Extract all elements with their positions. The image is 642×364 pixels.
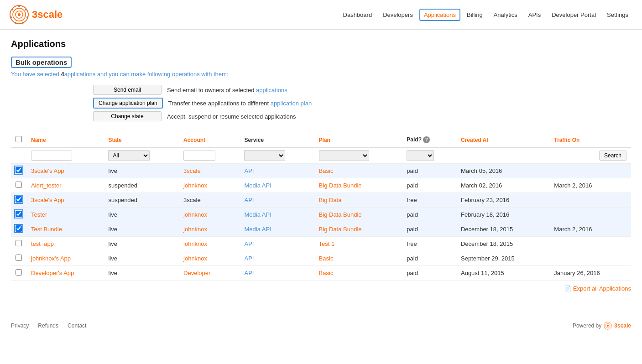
col-plan: Plan [314, 132, 402, 148]
service-link[interactable]: API [244, 167, 254, 174]
nav-settings[interactable]: Settings [602, 9, 633, 21]
header: 3scale Dashboard Developers Applications… [0, 0, 642, 30]
table-row: Test BundlelivejohnknoxMedia APIBig Data… [11, 222, 631, 237]
filter-state-select[interactable]: All live suspended [108, 150, 150, 161]
row-checkbox[interactable] [16, 182, 22, 188]
send-email-button[interactable]: Send email [93, 85, 162, 95]
select-all-checkbox[interactable] [16, 136, 22, 142]
account-link[interactable]: Developer [183, 270, 210, 276]
app-state: live [104, 222, 179, 237]
filter-service-select[interactable] [244, 150, 285, 161]
search-button[interactable]: Search [599, 151, 626, 161]
change-state-desc: Accept, suspend or resume selected appli… [167, 113, 296, 120]
row-checkbox[interactable] [16, 225, 22, 232]
app-name-link[interactable]: johnknox's App [31, 255, 71, 262]
app-name-link[interactable]: test_app [31, 240, 54, 247]
nav-analytics[interactable]: Analytics [489, 9, 522, 21]
filter-account-input[interactable] [183, 151, 215, 161]
app-name-link[interactable]: 3scale's App [31, 167, 64, 174]
traffic-on: March 2, 2016 [549, 222, 631, 237]
row-checkbox[interactable] [16, 240, 22, 246]
app-state: live [104, 251, 179, 266]
table-row: Alert_testersuspendedjohnknoxMedia APIBi… [11, 178, 631, 193]
traffic-on [549, 251, 631, 266]
app-name-link[interactable]: Developer's App [31, 270, 74, 276]
app-name-link[interactable]: 3scale's App [31, 197, 64, 203]
created-at: February 23, 2016 [456, 193, 549, 208]
bulk-operations-section: Bulk operations You have selected 4appli… [11, 57, 631, 121]
svg-point-13 [607, 325, 609, 327]
plan-link[interactable]: Big Data Bundle [319, 182, 362, 189]
filter-row: All live suspended [11, 148, 631, 164]
svg-point-7 [22, 22, 24, 24]
row-checkbox[interactable] [16, 167, 22, 173]
service-link[interactable]: Media API [244, 182, 271, 189]
service-link[interactable]: Media API [244, 226, 271, 233]
account-link[interactable]: johnknox [183, 226, 207, 233]
bulk-ops-actions: Send email Send email to owners of selec… [93, 85, 631, 121]
svg-point-9 [10, 16, 12, 18]
service-link[interactable]: API [244, 270, 254, 276]
account-link[interactable]: 3scale [183, 167, 201, 174]
app-state: suspended [104, 193, 179, 208]
row-checkbox[interactable] [16, 196, 22, 203]
paid-help-icon[interactable]: ? [423, 136, 430, 143]
app-name-link[interactable]: Test Bundle [31, 226, 62, 233]
filter-plan-select[interactable] [319, 150, 369, 161]
row-checkbox[interactable] [16, 211, 22, 217]
logo-text: 3scale [32, 9, 63, 21]
svg-point-5 [25, 9, 27, 10]
change-plan-desc: Transfer these applications to different… [168, 100, 312, 107]
filter-name-input[interactable] [31, 151, 72, 161]
plan-link[interactable]: Basic [319, 270, 334, 276]
paid-status: paid [402, 251, 456, 266]
logo-icon [9, 5, 29, 25]
select-all-header [11, 132, 26, 148]
logo: 3scale [9, 5, 63, 25]
account-link[interactable]: johnknox [183, 211, 207, 218]
service-link[interactable]: API [244, 197, 254, 203]
plan-link[interactable]: Basic [319, 167, 334, 174]
export-all-link[interactable]: 📄 Export all Applications [564, 285, 631, 292]
col-paid: Paid? ? [402, 132, 456, 148]
filter-paid-select[interactable] [407, 150, 434, 161]
change-state-button[interactable]: Change state [93, 111, 162, 121]
service-link[interactable]: API [244, 240, 254, 247]
change-application-plan-button[interactable]: Change application plan [93, 98, 163, 109]
nav-developers[interactable]: Developers [378, 9, 418, 21]
svg-point-10 [11, 9, 13, 10]
svg-point-4 [18, 5, 20, 7]
col-name: Name [26, 132, 104, 148]
service-link[interactable]: Media API [244, 211, 271, 218]
account-link[interactable]: johnknox [183, 255, 207, 262]
footer-privacy-link[interactable]: Privacy [11, 322, 29, 329]
traffic-on: January 26, 2016 [549, 266, 631, 281]
action-send-email-row: Send email Send email to owners of selec… [93, 85, 631, 95]
nav-dashboard[interactable]: Dashboard [339, 9, 377, 21]
service-link[interactable]: API [244, 255, 254, 262]
nav-applications[interactable]: Applications [419, 9, 460, 21]
app-name-link[interactable]: Tester [31, 211, 47, 218]
footer-contact-link[interactable]: Contact [68, 322, 86, 329]
plan-link[interactable]: Basic [319, 255, 334, 262]
app-name-link[interactable]: Alert_tester [31, 182, 61, 189]
plan-link[interactable]: Big Data Bundle [319, 226, 362, 233]
account-link[interactable]: johnknox [183, 182, 207, 189]
row-checkbox[interactable] [16, 269, 22, 276]
row-checkbox[interactable] [16, 255, 22, 261]
col-state: State [104, 132, 179, 148]
app-state: live [104, 237, 179, 251]
plan-link[interactable]: Big Data [319, 197, 342, 203]
table-row: 3scale's Applive3scaleAPIBasicpaidMarch … [11, 164, 631, 178]
footer-logo-icon [604, 322, 612, 330]
table-header-row: Name State Account Service Plan Paid? ? … [11, 132, 631, 148]
footer-refunds-link[interactable]: Refunds [38, 322, 58, 329]
nav-developer-portal[interactable]: Developer Portal [547, 9, 600, 21]
plan-link[interactable]: Big Data Bundle [319, 211, 362, 218]
nav-apis[interactable]: APIs [524, 9, 545, 21]
nav-billing[interactable]: Billing [462, 9, 487, 21]
account-link[interactable]: johnknox [183, 240, 207, 247]
plan-link[interactable]: Test 1 [319, 240, 335, 247]
paid-status: paid [402, 164, 456, 178]
page-title: Applications [11, 39, 631, 49]
